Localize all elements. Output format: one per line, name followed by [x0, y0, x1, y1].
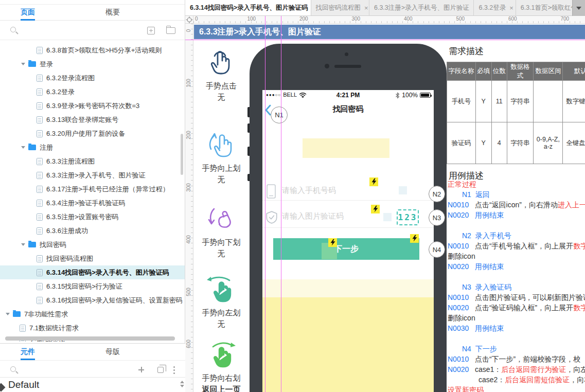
add-folder-icon[interactable]	[166, 27, 175, 34]
tree-item[interactable]: 6.3.17注册>手机号已经注册（异常过程）	[0, 182, 185, 196]
usecase-text: N2 录入手机号	[462, 231, 511, 240]
tree-item[interactable]: 登录	[0, 57, 185, 71]
tab-widgets[interactable]: 元件	[21, 347, 35, 360]
more-options-icon[interactable]	[173, 366, 175, 368]
close-icon[interactable]: ×	[364, 4, 368, 12]
page-icon	[37, 297, 43, 304]
tree-item-label: 6.3.3注册流程图	[46, 157, 95, 166]
tab-list-dropdown-button[interactable]	[572, 0, 585, 16]
search-icon[interactable]	[10, 366, 16, 372]
document-tab[interactable]: 6.3.3注册>录入手机号、图片验证 ×	[369, 0, 474, 15]
usecase-text: 用例结束	[469, 324, 504, 332]
tree-horizontal-scrollbar[interactable]	[5, 336, 175, 341]
tree-item[interactable]: 找回密码	[0, 238, 185, 252]
tree-item[interactable]: 6.3.2登录流程图	[0, 71, 185, 85]
usecase-text: 用例结束	[469, 211, 504, 219]
tree-item[interactable]: 6.3.6注册成功	[0, 224, 185, 238]
vertical-guide-line[interactable]	[265, 16, 265, 392]
library-selector[interactable]: Default	[0, 378, 185, 392]
gesture-swipe-down-annotation: 手势向下划 无	[200, 204, 243, 259]
usecase-text: N0020	[448, 365, 469, 373]
folder-icon	[13, 311, 21, 317]
phone-number-field[interactable]: 请输入手机号码	[262, 181, 434, 201]
usecase-line: N0020 用例结束	[448, 210, 585, 220]
tree-item[interactable]: 6.3.14找回密码>录入手机号、图片验证码	[0, 265, 185, 279]
library-stack-icon[interactable]	[157, 367, 164, 373]
gesture-swipe-right-annotation: 手势向右划 返回上一页	[200, 340, 243, 392]
captcha-field[interactable]: 请输入图片验证码 123	[262, 207, 434, 228]
table-cell: 全键盘	[563, 122, 585, 164]
document-tab[interactable]: 6.3.2登录 ×	[474, 0, 516, 15]
tree-item[interactable]: 6.3.2登录	[0, 85, 185, 99]
tree-item[interactable]: 6.3.15找回密码>行为验证	[0, 279, 185, 293]
widgets-search-row	[0, 361, 185, 378]
tree-item-label: 6.3.2登录	[46, 87, 75, 97]
usecase-line: N0010 点击图片验证码，可以刷新图片验证	[448, 292, 585, 302]
page-title: 找回密码	[262, 104, 434, 114]
tree-item[interactable]: 6.3.8首页>领取红包>H5分享+活动规则	[0, 43, 185, 57]
document-tab[interactable]: 找回密码流程图 ×	[311, 0, 369, 15]
tree-item[interactable]: 6.3.20用户使用了新的设备	[0, 127, 185, 140]
captcha-input-placeholder[interactable]: 请输入图片验证码	[282, 211, 344, 221]
tab-outline[interactable]: 概要	[105, 8, 120, 17]
tree-item[interactable]: 找回密码流程图	[0, 252, 185, 265]
clear-input-area[interactable]	[399, 186, 407, 194]
page-icon	[37, 88, 43, 96]
usecase-line-segments: 正常过程	[448, 180, 476, 188]
caret-down-icon[interactable]	[21, 243, 25, 246]
page-icon	[37, 47, 43, 54]
page-icon	[37, 200, 43, 207]
note-marker-n2[interactable]: N2	[429, 186, 445, 202]
tree-item[interactable]: 6.3.13联合登录绑定账号	[0, 113, 185, 127]
document-tab[interactable]: 6.3.14找回密码>录入手机号、图片验证码 ×	[185, 0, 311, 15]
usecase-line: 设置新密码	[448, 385, 585, 392]
usecase-line-segments: N0010 点击图片验证码，可以刷新图片验证	[448, 293, 585, 301]
table-cell: 手机号	[447, 81, 476, 122]
tree-item[interactable]: 6.3.4注册>验证手机验证码	[0, 196, 185, 210]
usecase-line: N0030 用例结束	[448, 323, 585, 333]
page-icon	[37, 172, 43, 179]
usecase-line: N0010 点击“手机号输入框”，向上展开数字	[448, 241, 585, 251]
add-page-icon[interactable]	[147, 27, 155, 34]
ruler-tick-label: 300	[186, 180, 191, 195]
tab-masters[interactable]: 母版	[105, 347, 120, 357]
next-step-button[interactable]: 下一步	[273, 238, 419, 260]
usecase-text: ，向左	[566, 365, 585, 373]
usecase-text: 进入上一	[558, 201, 585, 209]
tree-item[interactable]: 6.3.3注册>录入手机号、图片验证	[0, 168, 185, 182]
note-marker-n3[interactable]: N3	[429, 209, 445, 226]
captcha-image[interactable]: 123	[397, 209, 419, 225]
tree-item[interactable]: 注册	[0, 140, 185, 154]
usecase-line: case2：后台返回需短信验证，向右	[448, 375, 585, 385]
tree-item[interactable]: 7.1数据统计需求	[0, 321, 185, 335]
yellow-highlight-block	[303, 138, 389, 158]
vertical-guide-line[interactable]	[281, 16, 281, 392]
tree-item[interactable]: 6.3.16找回密码>录入短信验证码、设置新密码	[0, 293, 185, 307]
close-icon[interactable]: ×	[509, 4, 513, 12]
search-icon[interactable]	[10, 27, 16, 32]
table-cell: Y	[476, 122, 492, 164]
folder-icon	[28, 145, 36, 150]
add-icon[interactable]	[137, 366, 145, 373]
tree-item-label: 6.3.14找回密码>录入手机号、图片验证码	[46, 268, 169, 277]
caret-down-icon[interactable]	[21, 146, 25, 149]
usecase-text: N4 下一步	[462, 345, 497, 353]
clear-input-area[interactable]	[383, 213, 392, 221]
tree-item[interactable]: 7非功能性需求	[0, 307, 185, 321]
table-row: 验证码Y4字符串0-9,A-Z,a-z全键盘	[447, 122, 585, 164]
tree-item[interactable]: 6.3.3注册流程图	[0, 154, 185, 168]
tab-pages[interactable]: 页面	[21, 8, 35, 21]
horizontal-guide-line[interactable]	[185, 40, 585, 40]
tree-item[interactable]: 6.3.5注册>设置账号密码	[0, 210, 185, 224]
usecase-line: N0020 用例结束	[448, 261, 585, 272]
note-marker-n4[interactable]: N4	[429, 241, 445, 258]
document-tab-label: 6.3.14找回密码>录入手机号、图片验证码	[190, 4, 308, 12]
phone-input-placeholder[interactable]: 请输入手机号码	[282, 186, 336, 195]
library-dropdown-icon[interactable]	[180, 381, 184, 387]
caret-down-icon[interactable]	[21, 63, 25, 65]
tree-item[interactable]: 6.3.9登录>账号密码不符次数=3	[0, 99, 185, 113]
tree-vertical-scrollbar[interactable]	[181, 134, 183, 175]
usecase-text: 正常过程	[448, 180, 476, 188]
caret-down-icon[interactable]	[6, 313, 10, 315]
phone-screen: ●●●○○ BELL 4:21 PM 100%	[262, 90, 434, 392]
